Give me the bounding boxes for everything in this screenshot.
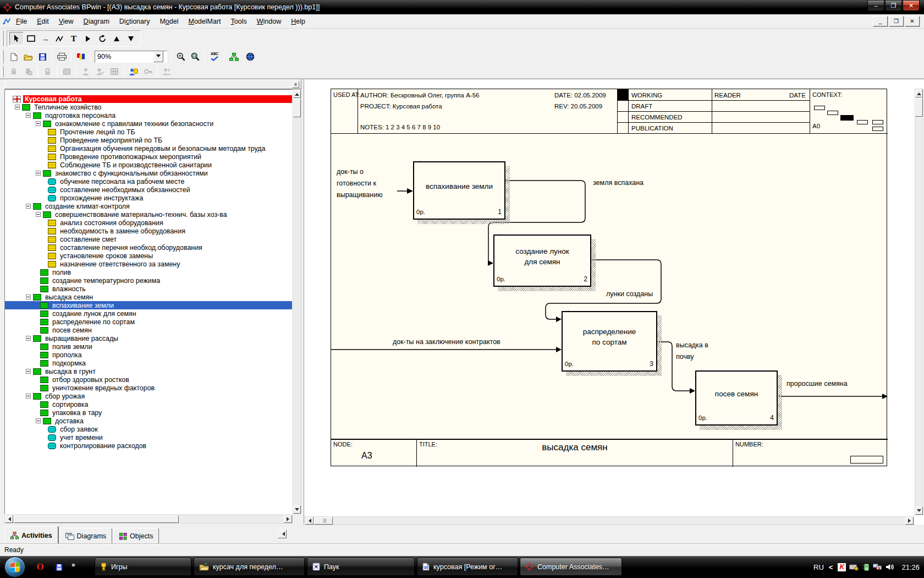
- print-button[interactable]: [54, 50, 69, 63]
- tree-item[interactable]: уничтожение вредных факторов: [5, 384, 292, 392]
- collapse-icon[interactable]: [36, 121, 41, 126]
- menu-diagram[interactable]: Diagram: [79, 16, 114, 27]
- mdi-restore-button[interactable]: ❐: [889, 16, 904, 26]
- tree-item[interactable]: отбор здоровых ростков: [5, 375, 292, 384]
- close-panel-button[interactable]: x: [292, 81, 299, 88]
- kaspersky-icon[interactable]: K: [838, 563, 846, 571]
- mm-open-model-button[interactable]: [7, 65, 21, 78]
- tree-item[interactable]: составление необходимых обязанностей: [5, 186, 292, 194]
- collapse-icon[interactable]: [26, 295, 31, 299]
- tree-item[interactable]: вспахивание земли: [5, 301, 292, 309]
- tree-item[interactable]: Организация обучения передовым и безопас…: [5, 144, 292, 152]
- drill-down-button[interactable]: [124, 32, 138, 45]
- activity-box-4[interactable]: посев семян0р.4: [695, 370, 778, 426]
- mm-security-button[interactable]: [127, 65, 141, 78]
- network-offline-icon[interactable]: ×: [873, 563, 882, 571]
- collapse-icon[interactable]: [26, 336, 31, 341]
- tree-vertical-scrollbar[interactable]: [293, 89, 301, 514]
- zoom-dropdown-button[interactable]: [153, 51, 163, 62]
- start-button[interactable]: [4, 557, 25, 577]
- activity-box-tool-button[interactable]: [24, 32, 38, 45]
- tree-item[interactable]: совершенствование материально-технич. ба…: [5, 210, 292, 219]
- save-button[interactable]: [35, 50, 50, 63]
- tree-item[interactable]: влажность: [5, 285, 292, 293]
- tree-item[interactable]: учет времени: [5, 433, 292, 441]
- volume-icon[interactable]: [886, 563, 894, 571]
- taskbar-task[interactable]: курсач для передел…: [194, 558, 305, 576]
- quick-launch-overflow[interactable]: »: [72, 561, 75, 569]
- collapse-icon[interactable]: [15, 105, 20, 110]
- tree-item[interactable]: контролирование расходов: [5, 441, 292, 450]
- tree-item[interactable]: Проведение мероприятий по ТБ: [5, 136, 292, 144]
- menu-edit[interactable]: Edit: [32, 16, 54, 27]
- power-icon[interactable]: [862, 563, 870, 571]
- child-window-icon[interactable]: [2, 17, 11, 25]
- zoom-window-button[interactable]: [188, 50, 202, 63]
- restore-button[interactable]: ❐: [885, 0, 902, 11]
- tree-item[interactable]: посев семян: [5, 326, 292, 334]
- tree-item[interactable]: составление перечня необход.оборудования: [5, 243, 292, 252]
- menu-dictionary[interactable]: Dictionary: [114, 16, 155, 27]
- tree-item[interactable]: подкормка: [5, 359, 292, 367]
- diagram-vertical-scrollbar[interactable]: [915, 89, 923, 515]
- tree-item[interactable]: Тепличное хозяйство: [5, 103, 292, 111]
- zoom-in-button[interactable]: [174, 50, 188, 63]
- mm-lock-button[interactable]: [40, 65, 54, 78]
- tree-item[interactable]: создание лунок для семян: [5, 309, 292, 318]
- menu-tools[interactable]: Tools: [226, 16, 252, 27]
- arrow-label[interactable]: лунки созданы: [606, 288, 653, 300]
- goto-child-diagram-button[interactable]: [81, 32, 95, 45]
- model-explorer-button[interactable]: [227, 50, 241, 63]
- tree-item[interactable]: установление сроков замены: [5, 252, 292, 260]
- minimize-button[interactable]: –: [867, 0, 884, 11]
- toolbar-grip[interactable]: [2, 31, 4, 47]
- tray-chevron[interactable]: <: [829, 563, 833, 571]
- spellcheck-button[interactable]: ABC: [207, 50, 222, 63]
- mm-user-button[interactable]: [79, 65, 93, 78]
- tree-item[interactable]: создание климат-контроля: [5, 202, 292, 210]
- tree-item[interactable]: сортировка: [5, 400, 292, 408]
- tree-item[interactable]: сбор заявок: [5, 425, 292, 433]
- tree-item[interactable]: Курсовая работа: [5, 95, 292, 103]
- arrow-label[interactable]: земля вспахана: [593, 177, 644, 189]
- mdi-close-button[interactable]: ✕: [905, 16, 920, 26]
- taskbar-task[interactable]: Игры: [95, 558, 191, 576]
- squiggle-tool-button[interactable]: [52, 32, 67, 45]
- zoom-input[interactable]: [95, 52, 153, 62]
- tree-item[interactable]: полив земли: [5, 342, 292, 351]
- tree-item[interactable]: сбор урожая: [5, 392, 292, 400]
- tab-activities[interactable]: Activities: [4, 526, 58, 544]
- collapse-icon[interactable]: [26, 394, 31, 399]
- mm-sync-button[interactable]: [93, 65, 107, 78]
- collapse-icon[interactable]: [36, 212, 41, 217]
- tree-horizontal-scrollbar[interactable]: [4, 515, 293, 524]
- pointer-tool-button[interactable]: [9, 32, 24, 45]
- mm-users-button[interactable]: [160, 65, 174, 78]
- arrow-label[interactable]: высадка впочву: [676, 340, 708, 363]
- mm-library-button[interactable]: [59, 65, 74, 78]
- tray-clock[interactable]: 21:26: [901, 563, 920, 571]
- open-button[interactable]: [21, 50, 35, 63]
- tab-diagrams[interactable]: Diagrams: [59, 528, 113, 544]
- panel-header[interactable]: x: [4, 79, 301, 89]
- mm-key-button[interactable]: [141, 65, 155, 78]
- arrow-label[interactable]: док-ты на заключение контрактов: [393, 336, 501, 348]
- tree-item[interactable]: создание температурного режима: [5, 276, 292, 285]
- tree-item[interactable]: знакомство с функциональными обязанностя…: [5, 169, 292, 177]
- refresh-diagram-button[interactable]: [95, 32, 109, 45]
- taskbar-task[interactable]: Computer Associates…: [520, 558, 622, 576]
- tab-objects[interactable]: Objects: [113, 528, 159, 544]
- tree-item[interactable]: упаковка в тару: [5, 408, 292, 417]
- arrow-label[interactable]: проросшие семяна: [787, 378, 848, 390]
- tree-item[interactable]: Проведение противопожарных мероприятий: [5, 152, 292, 161]
- arrow-tool-button[interactable]: →: [38, 32, 52, 45]
- collapse-icon[interactable]: [36, 171, 41, 176]
- language-indicator[interactable]: RU: [813, 563, 824, 571]
- activity-box-1[interactable]: вспахивание земли0р.1: [413, 161, 505, 220]
- menu-window[interactable]: Window: [252, 16, 286, 27]
- tree-item[interactable]: составление смет: [5, 235, 292, 243]
- tree-item[interactable]: высадка семян: [5, 293, 292, 301]
- tree-item[interactable]: Соблюдение ТБ и производственной санитар…: [5, 161, 292, 169]
- collapse-icon[interactable]: [26, 204, 31, 209]
- mm-grid-button[interactable]: [107, 65, 122, 78]
